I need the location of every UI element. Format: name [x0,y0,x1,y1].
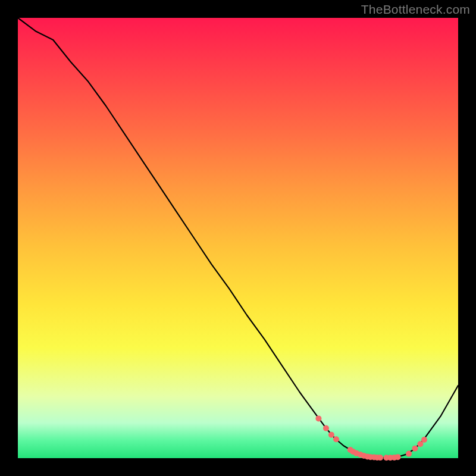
data-point-marker [395,454,401,460]
data-point-marker [406,451,412,457]
highlighted-points-group [315,415,427,461]
data-point-marker [315,415,321,421]
data-point-marker [333,436,339,442]
chart-svg [18,18,458,458]
data-point-marker [328,432,334,438]
data-point-marker [421,437,427,443]
data-point-marker [412,446,418,452]
bottleneck-curve-line [18,18,458,458]
chart-container: TheBottleneck.com [0,0,476,476]
data-point-marker [377,455,383,461]
watermark-text: TheBottleneck.com [361,2,470,17]
data-point-marker [417,441,423,447]
data-point-marker [323,425,329,431]
plot-area [18,18,458,458]
